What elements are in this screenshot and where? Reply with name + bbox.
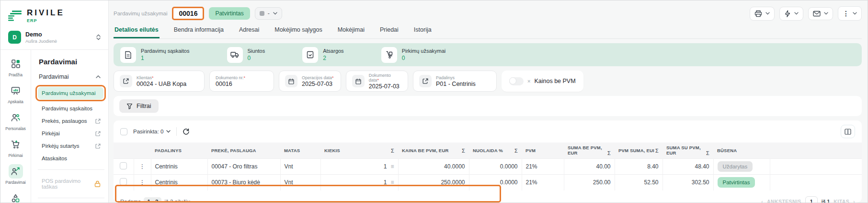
- menu-item-label: Pirkėjų sutartys: [42, 143, 80, 149]
- more-menu-button[interactable]: ⋮: [838, 6, 862, 21]
- tab-mokejimai[interactable]: Mokėjimai: [337, 24, 365, 38]
- sidebar-item-pardavimu-uzsakymai[interactable]: Pardavimų užsakymai: [38, 87, 103, 99]
- menu-title: Pardavimai: [39, 58, 104, 66]
- menu-group-pardavimai[interactable]: Pardavimai: [38, 72, 104, 85]
- selected-count-dropdown[interactable]: Pasirinkta: 0: [133, 129, 171, 134]
- actions-button[interactable]: [779, 7, 803, 21]
- cell-kiekis: 1: [384, 179, 387, 186]
- field-value: P01 - Centrinis: [436, 81, 476, 87]
- lines-icon[interactable]: ≡: [390, 163, 394, 170]
- filters-button[interactable]: Filtrai: [119, 99, 159, 113]
- next-page-button[interactable]: KITAS: [834, 199, 849, 203]
- sigma-icon[interactable]: Σ: [391, 148, 394, 154]
- print-button[interactable]: [750, 7, 775, 21]
- cell-suma-su: 48.40: [662, 159, 713, 175]
- table-row[interactable]: ⋮ Centrinis 00073 - Biuro kėdė Vnt 1≡ 25…: [114, 175, 862, 191]
- cell-kiekis: 1: [384, 163, 387, 170]
- chevron-down-icon: [765, 12, 770, 15]
- refresh-button[interactable]: [183, 128, 190, 135]
- rail-item-pirkimai[interactable]: Pirkimai: [2, 137, 29, 158]
- chevron-left-icon: ‹: [761, 199, 763, 203]
- col-busena[interactable]: BŪSENA: [713, 143, 770, 159]
- col-preke-paslauga[interactable]: PREKĖ, PASLAUGA: [207, 143, 280, 159]
- sigma-icon[interactable]: Σ: [514, 148, 518, 154]
- field-dokumento-data[interactable]: Dokumento data* 2025-07-03: [346, 71, 408, 92]
- account-switcher[interactable]: D Demo Aušra Juodienė: [0, 28, 108, 49]
- tab-mokejimo-salygos[interactable]: Mokėjimo sąlygos: [274, 24, 323, 38]
- summary-siuntos[interactable]: Siuntos0: [227, 47, 265, 63]
- row-checkbox[interactable]: [120, 178, 127, 185]
- col-padalinys[interactable]: PADALINYS: [151, 143, 207, 159]
- sigma-icon[interactable]: Σ: [706, 150, 709, 156]
- lines-icon[interactable]: ≡: [390, 179, 394, 186]
- menu-group-label: Pardavimai: [39, 73, 69, 80]
- summary-atsargos[interactable]: Atsargos2: [302, 47, 343, 63]
- tab-detalios-eilutes[interactable]: Detalios eilutės: [114, 24, 160, 38]
- summary-pardavimu-saskaitos[interactable]: Pardavimų sąskaitos1: [120, 47, 190, 63]
- lightning-icon: [784, 10, 791, 17]
- col-matas[interactable]: MATAS: [280, 143, 320, 159]
- package-icon: [302, 47, 318, 63]
- tab-istorija[interactable]: Istorija: [413, 24, 433, 38]
- row-checkbox[interactable]: [120, 162, 127, 169]
- rail-item-pradzia[interactable]: Pradžia: [2, 57, 29, 77]
- field-operacijos-data[interactable]: Operacijos data* 2025-07-03: [279, 71, 341, 92]
- field-dokumento-nr[interactable]: Dokumento nr.* 00016: [209, 71, 274, 92]
- col-kaina-be-pvm[interactable]: KAINA BE PVM, EURΣ: [398, 143, 469, 159]
- col-suma-su-pvm[interactable]: SUMA SU PVM, EURΣ: [662, 143, 713, 159]
- kebab-menu-icon: ⋮: [843, 10, 849, 17]
- showing-total: iš 2 eilučių: [164, 199, 190, 203]
- divider: [176, 127, 177, 136]
- select-all-checkbox[interactable]: [120, 128, 127, 135]
- rail-item-personalas[interactable]: Personalas: [2, 110, 29, 131]
- col-pvm[interactable]: PVM: [522, 143, 564, 159]
- col-pvm-suma[interactable]: PVM SUMA, EUIΣ: [615, 143, 662, 159]
- col-suma-be-pvm[interactable]: SUMA BE PVM, EURΣ: [564, 143, 615, 159]
- field-klientas[interactable]: Klientas* 00024 - UAB Kopa: [114, 71, 205, 92]
- main-content: Pardavimų užsakymai 00016 Patvirtintas -: [109, 0, 868, 203]
- chevron-right-icon: ›: [853, 199, 855, 203]
- sidebar-item-pardavimu-saskaitos[interactable]: Pardavimų sąskaitos: [38, 102, 104, 115]
- column-settings-button[interactable]: [841, 125, 855, 138]
- tab-priedai[interactable]: Priedai: [379, 24, 400, 38]
- summary-pirkimu-uzsakymai[interactable]: Pirkimų užsakymai0: [381, 47, 446, 63]
- status-badge: Patvirtintas: [209, 7, 250, 20]
- menu-item-label: Pardavimų sąskaitos: [42, 106, 92, 111]
- truck-icon: [227, 47, 243, 63]
- rail-item-pardavimai[interactable]: Pardavimai: [2, 164, 29, 185]
- menu-item-label: Prekės, paslaugos: [42, 118, 87, 124]
- table-footer: Rodoma 1 - 2 iš 2 eilučių ‹ ANKSTESNIS 1…: [114, 191, 862, 203]
- sidebar-item-prekes-paslaugos[interactable]: Prekės, paslaugos: [38, 115, 104, 127]
- cell-nuolaida: 0.0000: [469, 175, 522, 191]
- col-nuolaida[interactable]: NUOLAIDA %Σ: [469, 143, 522, 159]
- sigma-icon[interactable]: Σ: [607, 150, 611, 156]
- prev-page-button[interactable]: ANKSTESNIS: [767, 199, 801, 203]
- email-button[interactable]: [808, 7, 833, 20]
- sigma-icon[interactable]: Σ: [655, 148, 659, 154]
- summary-value: 2: [323, 55, 343, 61]
- table-row[interactable]: ⋮ Centrinis 00047 - Oro filtras Vnt 1≡ 4…: [114, 159, 862, 175]
- row-menu-button[interactable]: ⋮: [134, 175, 151, 191]
- lock-icon: [94, 180, 101, 187]
- field-label: Operacijos data: [302, 75, 332, 80]
- sidebar-item-pos[interactable]: POS pardavimo taškas: [38, 175, 104, 193]
- divider: [38, 169, 104, 170]
- page-header: Pardavimų užsakymai 00016 Patvirtintas -: [114, 5, 862, 22]
- tab-adresai[interactable]: Adresai: [238, 24, 260, 38]
- row-menu-button[interactable]: ⋮: [134, 159, 151, 175]
- kainos-be-pvm-toggle[interactable]: × Kainos be PVM: [502, 71, 583, 92]
- color-status-dropdown[interactable]: -: [255, 7, 282, 20]
- rail-item-atsargos[interactable]: Atsargos: [2, 191, 29, 203]
- printer-icon: [754, 10, 762, 17]
- sidebar-item-pirkeju-sutartys[interactable]: Pirkėjų sutartys: [38, 140, 104, 152]
- sigma-icon[interactable]: Σ: [462, 148, 465, 154]
- rail-item-apskaita[interactable]: Apskaita: [2, 84, 29, 104]
- current-page[interactable]: 1: [805, 196, 818, 203]
- col-kiekis[interactable]: KIEKISΣ: [320, 143, 398, 159]
- field-padalinys[interactable]: Padalinys P01 - Centrinis: [413, 71, 497, 92]
- sidebar-item-ataskaitos[interactable]: Ataskaitos: [38, 152, 104, 165]
- tab-bar: Detalios eilutės Bendra informacija Adre…: [114, 24, 862, 39]
- menu-item-label: Pardavimų užsakymai: [42, 90, 95, 96]
- sidebar-item-pirkejai[interactable]: Pirkėjai: [38, 127, 104, 140]
- tab-bendra-informacija[interactable]: Bendra informacija: [173, 24, 225, 38]
